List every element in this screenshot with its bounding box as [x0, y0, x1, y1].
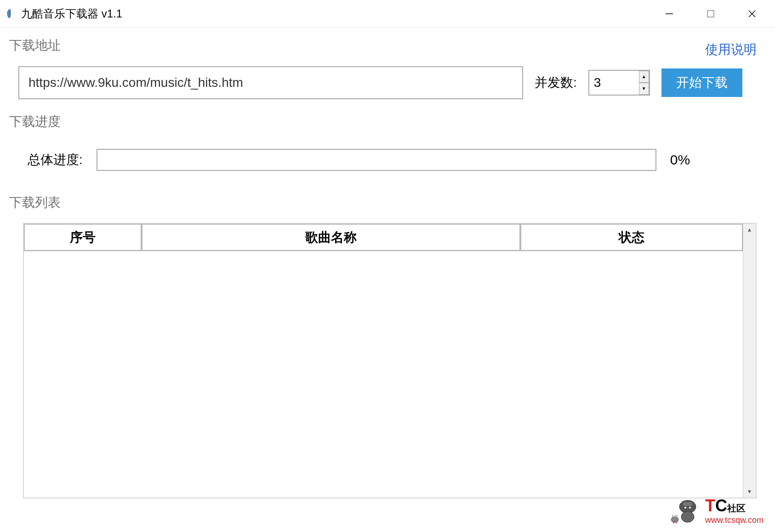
concurrent-spinner: ▲ ▼ [588, 70, 650, 96]
window-controls [660, 5, 770, 23]
svg-rect-1 [707, 11, 714, 17]
watermark: •ˆ• TC社区 www.tcsqw.com [669, 496, 764, 525]
list-section: 下载列表 序号 歌曲名称 状态 ▲ ▼ [9, 194, 766, 498]
progress-section-label: 下载进度 [9, 113, 766, 130]
spinner-up-button[interactable]: ▲ [639, 71, 649, 83]
overall-progress-label: 总体进度: [28, 151, 83, 169]
svg-point-6 [684, 507, 686, 509]
progress-bar [97, 149, 656, 171]
titlebar: 九酷音乐下载器 v1.1 [0, 0, 775, 28]
column-header-name[interactable]: 歌曲名称 [142, 224, 520, 251]
watermark-t: T [705, 496, 715, 515]
minimize-button[interactable] [660, 5, 678, 23]
close-button[interactable] [743, 5, 761, 23]
spinner-buttons: ▲ ▼ [639, 71, 649, 95]
column-header-index[interactable]: 序号 [24, 224, 142, 251]
url-input[interactable] [18, 66, 523, 99]
table-scrollbar[interactable]: ▲ ▼ [743, 224, 756, 498]
progress-percent: 0% [670, 152, 690, 168]
help-link[interactable]: 使用说明 [705, 41, 757, 58]
address-section-label: 下载地址 [9, 37, 61, 54]
watermark-community: 社区 [727, 503, 746, 513]
download-table: 序号 歌曲名称 状态 ▲ ▼ [23, 223, 757, 498]
svg-point-8 [681, 511, 694, 522]
address-header: 下载地址 使用说明 [9, 37, 766, 62]
table-header: 序号 歌曲名称 状态 [24, 224, 743, 251]
watermark-c: C [715, 496, 727, 515]
main-content: 下载地址 使用说明 并发数: ▲ ▼ 开始下载 下载进度 总体进度: 0% 下载… [0, 28, 775, 498]
svg-rect-5 [683, 502, 692, 506]
watermark-brand: TC社区 [705, 496, 764, 515]
list-section-label: 下载列表 [9, 194, 766, 211]
column-header-status[interactable]: 状态 [520, 224, 743, 251]
progress-row: 总体进度: 0% [28, 149, 766, 171]
start-download-button[interactable]: 开始下载 [661, 68, 742, 97]
svg-text:•ˆ•: •ˆ• [673, 521, 677, 525]
watermark-text: TC社区 www.tcsqw.com [705, 496, 764, 525]
svg-point-7 [689, 507, 691, 509]
watermark-mascot-icon: •ˆ• [669, 498, 701, 525]
table-body [24, 251, 743, 498]
watermark-url: www.tcsqw.com [705, 515, 764, 525]
address-input-row: 并发数: ▲ ▼ 开始下载 [18, 66, 766, 99]
window-title: 九酷音乐下载器 v1.1 [21, 6, 660, 21]
table-main: 序号 歌曲名称 状态 [24, 224, 743, 498]
progress-section: 下载进度 总体进度: 0% [9, 113, 766, 171]
spinner-down-button[interactable]: ▼ [639, 83, 649, 95]
maximize-button[interactable] [701, 5, 720, 23]
concurrent-label: 并发数: [535, 74, 577, 91]
app-icon [5, 8, 16, 19]
scroll-up-icon[interactable]: ▲ [743, 224, 756, 236]
